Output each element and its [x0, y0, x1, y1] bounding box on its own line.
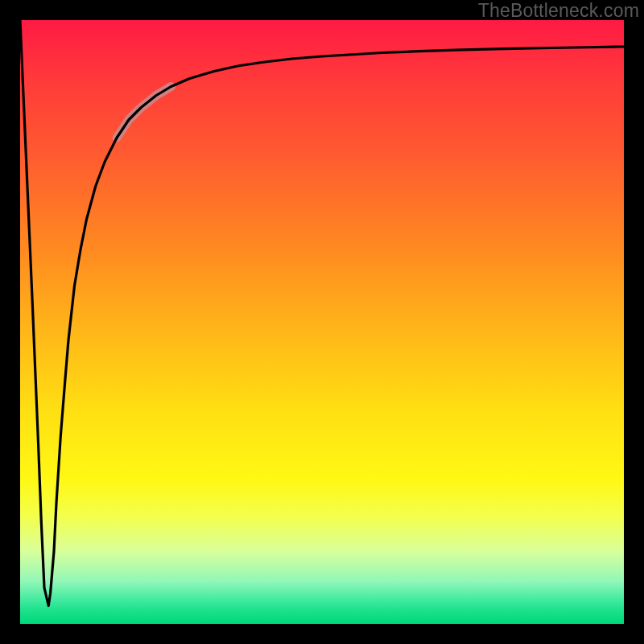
chart-frame: TheBottleneck.com — [0, 0, 644, 644]
main-curve — [20, 20, 624, 606]
highlight-segment — [117, 87, 171, 138]
plot-area — [20, 20, 624, 624]
watermark-text: TheBottleneck.com — [478, 0, 639, 22]
curve-layer — [20, 20, 624, 624]
